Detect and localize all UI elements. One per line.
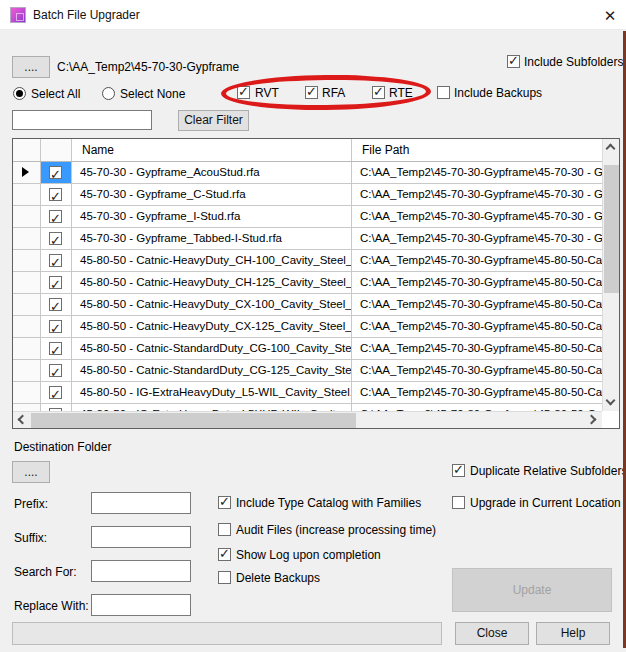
table-row[interactable]: 45-80-50 - IG-ExtraHeavyDuty_L5-WIL_Cavi… (13, 382, 602, 404)
horizontal-scrollbar-thumb[interactable] (31, 413, 356, 428)
row-header-cell[interactable] (13, 294, 41, 316)
table-row[interactable]: 45-80-50 - IG-ExtraHeavyDuty_L5XHD-WIL_C… (13, 404, 602, 411)
delete-backups-checkbox[interactable] (218, 571, 231, 584)
cell-path[interactable]: C:\AA_Temp2\45-70-30-Gypframe\45-80-50-C… (352, 294, 602, 316)
source-browse-button[interactable]: .... (12, 56, 50, 78)
row-checkbox-cell[interactable] (41, 338, 72, 360)
replace-with-input[interactable] (91, 594, 191, 616)
search-for-input[interactable] (91, 560, 191, 582)
scroll-left-icon[interactable] (13, 412, 30, 429)
horizontal-scrollbar[interactable] (13, 411, 602, 428)
cell-name[interactable]: 45-80-50 - Catnic-HeavyDuty_CX-100_Cavit… (72, 294, 352, 316)
select-all-radio[interactable] (13, 87, 26, 100)
row-header-cell[interactable] (13, 272, 41, 294)
row-checkbox-cell[interactable] (41, 206, 72, 228)
select-none-radio[interactable] (102, 87, 115, 100)
cell-path[interactable]: C:\AA_Temp2\45-70-30-Gypframe\45-80-50-C… (352, 316, 602, 338)
cell-name[interactable]: 45-80-50 - IG-ExtraHeavyDuty_L5-WIL_Cavi… (72, 382, 352, 404)
cell-name[interactable]: 45-80-50 - Catnic-StandardDuty_CG-125_Ca… (72, 360, 352, 382)
rte-checkbox[interactable] (372, 86, 385, 99)
row-checkbox-cell[interactable] (41, 184, 72, 206)
row-checkbox-cell[interactable] (41, 162, 72, 184)
cell-path[interactable]: C:\AA_Temp2\45-70-30-Gypframe\45-80-50-C… (352, 250, 602, 272)
cell-path[interactable]: C:\AA_Temp2\45-70-30-Gypframe\45-70-30 -… (352, 206, 602, 228)
include-type-catalog-checkbox[interactable] (218, 496, 231, 509)
table-row[interactable]: 45-80-50 - Catnic-HeavyDuty_CX-125_Cavit… (13, 316, 602, 338)
row-header-cell[interactable] (13, 404, 41, 411)
cell-path[interactable]: C:\AA_Temp2\45-70-30-Gypframe\45-70-30 -… (352, 162, 602, 184)
row-checkbox[interactable] (49, 298, 62, 311)
rvt-checkbox[interactable] (237, 86, 250, 99)
suffix-input[interactable] (91, 526, 191, 548)
row-checkbox-cell[interactable] (41, 316, 72, 338)
row-checkbox[interactable] (49, 166, 62, 179)
duplicate-relative-subfolders-checkbox[interactable] (452, 464, 465, 477)
row-checkbox[interactable] (49, 254, 62, 267)
row-header-cell[interactable] (13, 250, 41, 272)
table-row[interactable]: 45-70-30 - Gypframe_C-Stud.rfa C:\AA_Tem… (13, 184, 602, 206)
audit-files-checkbox[interactable] (218, 523, 231, 536)
row-header-cell[interactable] (13, 206, 41, 228)
row-checkbox-cell[interactable] (41, 294, 72, 316)
vertical-scrollbar[interactable] (602, 139, 619, 411)
cell-path[interactable]: C:\AA_Temp2\45-70-30-Gypframe\45-70-30 -… (352, 184, 602, 206)
row-checkbox[interactable] (49, 320, 62, 333)
row-checkbox-cell[interactable] (41, 360, 72, 382)
cell-name[interactable]: 45-80-50 - Catnic-HeavyDuty_CX-125_Cavit… (72, 316, 352, 338)
cell-path[interactable]: C:\AA_Temp2\45-70-30-Gypframe\45-80-50-C… (352, 404, 602, 411)
row-checkbox[interactable] (49, 342, 62, 355)
row-header-cell[interactable] (13, 360, 41, 382)
file-path-column-header[interactable]: File Path (352, 139, 602, 161)
table-row[interactable]: 45-70-30 - Gypframe_Tabbed-I-Stud.rfa C:… (13, 228, 602, 250)
row-header-cell[interactable] (13, 228, 41, 250)
table-row[interactable]: 45-80-50 - Catnic-StandardDuty_CG-100_Ca… (13, 338, 602, 360)
show-log-checkbox[interactable] (218, 548, 231, 561)
prefix-input[interactable] (91, 492, 191, 514)
help-button[interactable]: Help (536, 622, 610, 645)
cell-path[interactable]: C:\AA_Temp2\45-70-30-Gypframe\45-80-50-C… (352, 382, 602, 404)
row-checkbox-cell[interactable] (41, 250, 72, 272)
close-button[interactable]: Close (455, 622, 529, 645)
cell-name[interactable]: 45-80-50 - IG-ExtraHeavyDuty_L5XHD-WIL_C… (72, 404, 352, 411)
cell-name[interactable]: 45-70-30 - Gypframe_AcouStud.rfa (72, 162, 352, 184)
name-column-header[interactable]: Name (72, 139, 352, 161)
scroll-down-icon[interactable] (603, 394, 620, 411)
row-header-cell[interactable] (13, 316, 41, 338)
table-row[interactable]: 45-80-50 - Catnic-HeavyDuty_CX-100_Cavit… (13, 294, 602, 316)
vertical-scrollbar-thumb[interactable] (604, 165, 619, 293)
row-checkbox[interactable] (49, 232, 62, 245)
scroll-up-icon[interactable] (603, 139, 620, 156)
cell-name[interactable]: 45-70-30 - Gypframe_Tabbed-I-Stud.rfa (72, 228, 352, 250)
rfa-checkbox[interactable] (305, 86, 318, 99)
cell-name[interactable]: 45-80-50 - Catnic-HeavyDuty_CH-125_Cavit… (72, 272, 352, 294)
row-checkbox[interactable] (49, 386, 62, 399)
row-header-cell[interactable] (13, 184, 41, 206)
close-icon[interactable]: ✕ (598, 5, 622, 27)
cell-path[interactable]: C:\AA_Temp2\45-70-30-Gypframe\45-80-50-C… (352, 338, 602, 360)
table-row[interactable]: 45-70-30 - Gypframe_I-Stud.rfa C:\AA_Tem… (13, 206, 602, 228)
checkbox-column-header[interactable] (41, 139, 72, 161)
table-row[interactable]: 45-80-50 - Catnic-StandardDuty_CG-125_Ca… (13, 360, 602, 382)
include-subfolders-checkbox[interactable] (507, 55, 520, 68)
row-checkbox-cell[interactable] (41, 404, 72, 411)
cell-name[interactable]: 45-80-50 - Catnic-StandardDuty_CG-100_Ca… (72, 338, 352, 360)
row-checkbox[interactable] (49, 210, 62, 223)
table-row[interactable]: 45-80-50 - Catnic-HeavyDuty_CH-100_Cavit… (13, 250, 602, 272)
row-checkbox-cell[interactable] (41, 272, 72, 294)
row-header-cell[interactable] (13, 382, 41, 404)
row-checkbox-cell[interactable] (41, 382, 72, 404)
table-row[interactable]: 45-80-50 - Catnic-HeavyDuty_CH-125_Cavit… (13, 272, 602, 294)
row-checkbox[interactable] (49, 364, 62, 377)
table-row[interactable]: 45-70-30 - Gypframe_AcouStud.rfa C:\AA_T… (13, 162, 602, 184)
include-backups-checkbox[interactable] (437, 86, 450, 99)
scroll-right-icon[interactable] (585, 412, 602, 429)
row-checkbox-cell[interactable] (41, 228, 72, 250)
update-button[interactable]: Update (452, 568, 612, 612)
row-checkbox[interactable] (49, 276, 62, 289)
cell-path[interactable]: C:\AA_Temp2\45-70-30-Gypframe\45-70-30 -… (352, 228, 602, 250)
cell-path[interactable]: C:\AA_Temp2\45-70-30-Gypframe\45-80-50-C… (352, 360, 602, 382)
cell-name[interactable]: 45-80-50 - Catnic-HeavyDuty_CH-100_Cavit… (72, 250, 352, 272)
cell-name[interactable]: 45-70-30 - Gypframe_C-Stud.rfa (72, 184, 352, 206)
row-header-cell[interactable] (13, 338, 41, 360)
destination-browse-button[interactable]: .... (12, 461, 50, 483)
